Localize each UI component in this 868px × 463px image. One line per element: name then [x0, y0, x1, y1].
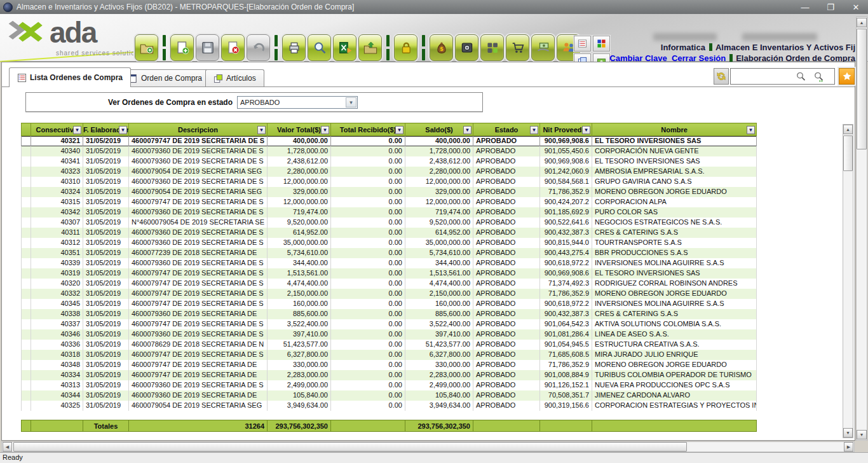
- grid-cell[interactable]: AKTIVA SOLUTIONS COLOMBIA S.A.S.: [592, 319, 757, 329]
- grid-cell[interactable]: 71,786,352.9: [540, 289, 592, 299]
- grid-cell[interactable]: MORENO OBREGON JORGE EDUARDO: [592, 360, 757, 370]
- grid-cell[interactable]: 31/05/2019: [83, 401, 129, 411]
- grid-cell[interactable]: 0.00: [331, 238, 405, 248]
- row-selector[interactable]: [22, 289, 31, 299]
- printer-button[interactable]: [282, 34, 306, 61]
- order-row[interactable]: 4035131/05/20194600077239 DE 2018 SECRET…: [22, 248, 757, 258]
- grid-cell[interactable]: TOURTRANSPORTE S.A.S: [592, 238, 757, 248]
- tab-art-culos[interactable]: Artículos: [205, 69, 264, 86]
- grid-cell[interactable]: CRES & CATERING S.A.S: [592, 228, 757, 238]
- col-header-nombre[interactable]: Nombre▼: [592, 123, 757, 136]
- grid-cell[interactable]: APROBADO: [473, 370, 540, 380]
- grid-cell[interactable]: APROBADO: [473, 289, 540, 299]
- grid-cell[interactable]: 31/05/2019: [83, 136, 129, 146]
- grid-cell[interactable]: 105,840.00: [405, 390, 473, 401]
- row-selector[interactable]: [22, 228, 31, 238]
- grid-cell[interactable]: 4,474,400.00: [268, 279, 331, 289]
- grid-cell[interactable]: 31/05/2019: [83, 380, 129, 390]
- grid-cell[interactable]: 5,734,610.00: [405, 248, 473, 258]
- row-selector[interactable]: [22, 268, 31, 279]
- column-filter-button[interactable]: ▼: [530, 126, 538, 134]
- grid-cell[interactable]: 71,786,352.9: [540, 187, 592, 197]
- scroll-right-button[interactable]: ▶: [844, 442, 853, 452]
- grid-cell[interactable]: 4600079360 DE 2019 SECRETARIA DE: [129, 390, 268, 401]
- grid-cell[interactable]: 12,000,000.00: [268, 197, 331, 207]
- grid-cell[interactable]: MORENO OBREGON JORGE EDUARDO: [592, 187, 757, 197]
- row-selector[interactable]: [22, 309, 31, 319]
- order-row[interactable]: 4032031/05/20194600079747 DE 2019 SECRET…: [22, 279, 757, 289]
- grid-cell[interactable]: 4600079054 DE 2019 SECRETARIA SEG: [129, 167, 268, 177]
- order-row[interactable]: 4033831/05/20194600079360 DE 2019 SECRET…: [22, 309, 757, 319]
- grid-cell[interactable]: 4600077239 DE 2018 SECRETARIA DE: [129, 248, 268, 258]
- grid-cell[interactable]: 31/05/2019: [83, 156, 129, 167]
- grid-cell[interactable]: 2,280,000.00: [268, 167, 331, 177]
- grid-cell[interactable]: 0.00: [331, 380, 405, 390]
- order-row[interactable]: 4033231/05/20194600079747 DE 2019 SECRET…: [22, 289, 757, 299]
- grid-cell[interactable]: N°4600079054 DE 2019 SECRETARIA SE: [129, 218, 268, 228]
- grid-cell[interactable]: 329,000.00: [405, 187, 473, 197]
- grid-cell[interactable]: 40319: [31, 268, 83, 279]
- grid-cell[interactable]: 900,432,387.3: [540, 309, 592, 319]
- grid-cell[interactable]: 4600079747 DE 2019 SECRETARIA DE S: [129, 268, 268, 279]
- order-row[interactable]: 4032531/05/20194600079054 DE 2019 SECRET…: [22, 401, 757, 411]
- tab-orden-de-compra[interactable]: Orden de Compra: [120, 69, 210, 86]
- grid-cell[interactable]: 885,600.00: [405, 309, 473, 319]
- grid-cell[interactable]: 3,522,400.00: [268, 319, 331, 329]
- row-selector[interactable]: [22, 177, 31, 187]
- grid-cell[interactable]: APROBADO: [473, 380, 540, 390]
- scroll-up-button[interactable]: ▲: [843, 125, 853, 134]
- grid-cell[interactable]: CRES & CATERING S.A.S: [592, 309, 757, 319]
- grid-cell[interactable]: 900,432,387.3: [540, 228, 592, 238]
- grid-cell[interactable]: EL TESORO INVERSIONES SAS: [592, 268, 757, 279]
- grid-cell[interactable]: 40310: [31, 177, 83, 187]
- grid-cell[interactable]: INVERSIONES MOLINA AGUIRRE S.A.S: [592, 299, 757, 309]
- grid-cell[interactable]: APROBADO: [473, 350, 540, 360]
- row-selector[interactable]: [22, 380, 31, 390]
- grid-cell[interactable]: 0.00: [331, 136, 405, 146]
- col-header-f-elaboraci-n[interactable]: F. Elaboración▼: [83, 123, 129, 136]
- grid-cell[interactable]: 3,522,400.00: [405, 319, 473, 329]
- grid-cell[interactable]: 31/05/2019: [83, 360, 129, 370]
- grid-cell[interactable]: 4600078629 DE 2018 SECRETARIA DE N: [129, 340, 268, 350]
- grid-cell[interactable]: 1,513,561.00: [405, 268, 473, 279]
- grid-cell[interactable]: 0.00: [331, 360, 405, 370]
- grid-cell[interactable]: 0.00: [331, 370, 405, 380]
- grid-cell[interactable]: LINEA DE ASEO S.A.S.: [592, 329, 757, 340]
- order-row[interactable]: 4034031/05/20194600079360 DE 2019 SECRET…: [22, 146, 757, 156]
- grid-cell[interactable]: APROBADO: [473, 309, 540, 319]
- grid-cell[interactable]: 35,000,000.00: [405, 238, 473, 248]
- grid-cell[interactable]: 9,520,000.00: [268, 218, 331, 228]
- grid-cell[interactable]: APROBADO: [473, 299, 540, 309]
- grid-cell[interactable]: 0.00: [331, 268, 405, 279]
- scroll-down-button[interactable]: ▼: [857, 430, 867, 439]
- grid-cell[interactable]: APROBADO: [473, 238, 540, 248]
- tab-lista-ordenes-de-compra[interactable]: Lista Ordenes de Compra: [9, 67, 131, 87]
- grid-cell[interactable]: 4600079054 DE 2019 SECRETARIA SEG: [129, 401, 268, 411]
- order-row[interactable]: 4034231/05/20194600079360 DE 2019 SECRET…: [22, 207, 757, 218]
- grid-cell[interactable]: ESTRUCTURA CREATIVA S.A.S.: [592, 340, 757, 350]
- grid-cell[interactable]: 31/05/2019: [83, 218, 129, 228]
- grid-cell[interactable]: 160,000.00: [405, 299, 473, 309]
- grid-cell[interactable]: 31/05/2019: [83, 390, 129, 401]
- grid-cell[interactable]: APROBADO: [473, 268, 540, 279]
- row-selector[interactable]: [22, 279, 31, 289]
- mini-colorgrid-button[interactable]: [593, 36, 610, 52]
- close-button[interactable]: ✕: [848, 3, 864, 12]
- grid-cell[interactable]: 0.00: [331, 248, 405, 258]
- grid-cell[interactable]: 71,685,608.5: [540, 350, 592, 360]
- column-filter-button[interactable]: ▼: [395, 126, 403, 134]
- order-row[interactable]: 4030731/05/2019N°4600079054 DE 2019 SECR…: [22, 218, 757, 228]
- grid-cell[interactable]: 901,126,152.1: [540, 380, 592, 390]
- grid-cell[interactable]: 31/05/2019: [83, 238, 129, 248]
- grid-cell[interactable]: INVERSIONES MOLINA AGUIRRE S.A.S: [592, 258, 757, 268]
- grid-cell[interactable]: APROBADO: [473, 228, 540, 238]
- grid-cell[interactable]: 900,584,568.1: [540, 177, 592, 187]
- grid-cell[interactable]: 2,438,612.00: [268, 156, 331, 167]
- row-selector[interactable]: [22, 218, 31, 228]
- grid-cell[interactable]: APROBADO: [473, 390, 540, 401]
- grid-cell[interactable]: NUEVA ERA PRODUCCIONES OPC S.A.S: [592, 380, 757, 390]
- grid-cell[interactable]: 31/05/2019: [83, 340, 129, 350]
- col-header-valor-total-[interactable]: Valor Total($)▼: [268, 123, 331, 136]
- grid-cell[interactable]: 40344: [31, 390, 83, 401]
- row-selector[interactable]: [22, 238, 31, 248]
